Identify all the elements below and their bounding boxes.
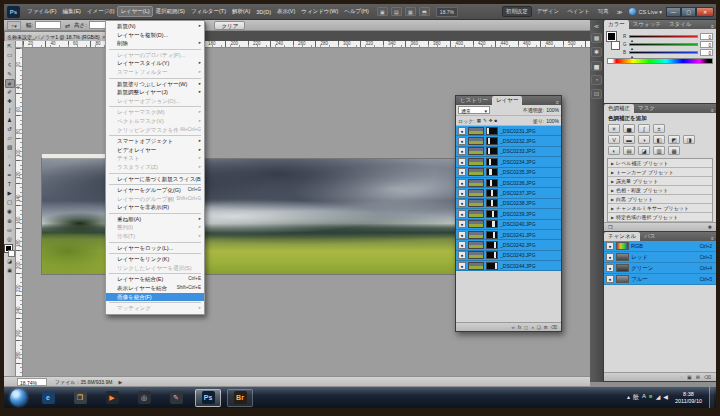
hue-saturation-icon[interactable]: ▬ [623,135,635,144]
volume-icon[interactable]: ◀ [663,393,668,402]
menu-item-画像を統合(F)[interactable]: 画像を統合(F) [106,293,204,302]
view-extras-icon[interactable]: ▤ [391,7,402,16]
channel-row-グリーン[interactable]: ●グリーンCtrl+4 [604,263,716,274]
slider-value[interactable]: 0 [700,49,713,56]
tab-スタイル[interactable]: スタイル [665,20,696,29]
type-tool[interactable]: T [5,180,15,189]
menu-item-レイヤーに基づく新規スライス(B)[interactable]: レイヤーに基づく新規スライス(B) [106,175,204,184]
workspace-写真[interactable]: 写真 [595,7,612,16]
gradient-tool[interactable]: ▨ [5,143,15,152]
posterize-icon[interactable]: ▤ [623,146,635,155]
delete-channel-icon[interactable]: ⌫ [704,374,711,380]
layer-row[interactable]: ●_DSC0237.JPG [456,188,561,198]
delete-layer-icon[interactable]: ⌫ [551,325,557,330]
switch-panel-icon[interactable]: ❒ [608,224,612,230]
workspace-ペイント[interactable]: ペイント [564,7,593,16]
3d-rotate-tool[interactable]: ◉ [5,207,15,216]
adjustment-layer-icon[interactable]: ◑ [531,325,534,330]
shape-tool[interactable]: ▢ [5,198,15,207]
foreground-background-swatches[interactable] [607,32,620,50]
ruler-origin[interactable] [16,41,23,48]
brush-tool[interactable]: ʃ [5,106,15,115]
layer-row[interactable]: ●_DSC0243.JPG [456,251,561,261]
new-layer-icon[interactable]: ⊞ [544,325,548,330]
quick-selection-tool[interactable]: ✎ [5,70,15,79]
taskbar-internet-explorer[interactable]: e [35,389,61,407]
slider-track[interactable]: ▲ [629,35,698,38]
visibility-eye-icon[interactable]: ● [458,210,466,218]
zoom-tool[interactable]: ◎ [5,235,15,244]
menu-item-新規塗りつぶしレイヤー(W)[interactable]: 新規塗りつぶしレイヤー(W)▸ [106,80,204,89]
preset-item[interactable]: ▶特定色域の選択 プリセット [608,213,712,222]
fill-value[interactable]: 100% [546,118,559,124]
lock-pixels-icon[interactable]: ✎ [483,118,487,123]
preset-item[interactable]: ▶トーンカーブ プリセット [608,168,712,177]
lock-position-icon[interactable]: ✥ [489,118,493,123]
tab-マスク[interactable]: マスク [634,104,659,113]
width-input[interactable] [35,21,61,29]
slider-handle[interactable]: ▲ [630,55,634,58]
start-button[interactable] [10,389,27,406]
visibility-eye-icon[interactable]: ● [458,179,466,187]
save-selection-icon[interactable]: ▣ [687,374,692,380]
menu-item-スマートオブジェクト[interactable]: スマートオブジェクト▸ [106,137,204,146]
visibility-eye-icon[interactable]: ● [458,147,466,155]
status-options-arrow[interactable]: ▶ [118,379,122,385]
layer-row[interactable]: ●_DSC0241.JPG [456,230,561,240]
tab-パス[interactable]: パス [640,232,659,241]
panel-menu-icon[interactable]: ≡ [711,235,716,241]
menu-item-整列(I)[interactable]: 整列(I)▸ [106,223,204,232]
info-icon[interactable]: ◔ [591,75,602,85]
slider-value[interactable]: 0 [700,41,713,48]
tab-カラー[interactable]: カラー [604,20,629,29]
tab-レイヤー[interactable]: レイヤー [492,96,522,105]
menu-item-ラスタライズ(Z)[interactable]: ラスタライズ(Z)▸ [106,163,204,172]
menubar-item-ヘルプ(H)[interactable]: ヘルプ(H) [341,6,372,17]
collapse-dock-icon[interactable]: ≪ [594,23,599,29]
menubar-item-ファイル(F)[interactable]: ファイル(F) [24,6,60,17]
brightness-contrast-icon[interactable]: ☀ [608,124,620,133]
levels-icon[interactable]: ▅ [623,124,635,133]
path-selection-tool[interactable]: ▶ [5,189,15,198]
menu-item-マッティング[interactable]: マッティング▸ [106,304,204,313]
preset-item[interactable]: ▶白黒 プリセット [608,195,712,204]
layer-row[interactable]: ●_DSC0240.JPG [456,220,561,230]
foreground-swatch[interactable] [607,32,616,41]
menu-item-分布(T)[interactable]: 分布(T)▸ [106,232,204,241]
marquee-tool[interactable]: ▭ [5,51,15,60]
workspace-≫[interactable]: ≫ [614,8,626,16]
visibility-eye-icon[interactable]: ● [606,242,614,250]
visibility-eye-icon[interactable]: ● [458,251,466,259]
taskbar-windows-explorer[interactable]: ❐ [67,389,93,407]
screen-mode-icon[interactable]: ⬒ [419,7,430,16]
visibility-eye-icon[interactable]: ● [458,158,466,166]
slider-handle[interactable]: ▲ [630,39,634,42]
visibility-eye-icon[interactable]: ● [458,127,466,135]
clone-stamp-tool[interactable]: ♟ [5,116,15,125]
network-icon[interactable]: ◢ [656,393,661,402]
load-selection-icon[interactable]: ◌ [680,374,683,380]
menu-item-ベクトルマスク(V)[interactable]: ベクトルマスク(V)▸ [106,117,204,126]
add-mask-icon[interactable]: ◻ [524,325,528,330]
dodge-tool[interactable]: ◖ [5,161,15,170]
menu-item-レイヤーをグループ化(G)[interactable]: レイヤーをグループ化(G)Ctrl+G [106,186,204,195]
slider-track[interactable]: ▲ [629,51,698,54]
pen-tool[interactable]: ✒ [5,171,15,180]
histogram-icon[interactable]: ▅ [591,61,602,71]
menubar-item-フィルター(T)[interactable]: フィルター(T) [188,6,229,17]
taskbar-bridge[interactable]: Br [227,389,253,407]
preset-item[interactable]: ▶チャンネルミキサー プリセット [608,204,712,213]
visibility-eye-icon[interactable]: ● [606,264,614,272]
slider-value[interactable]: 0 [700,33,713,40]
panel-menu-icon[interactable]: ≡ [711,107,716,113]
vibrance-icon[interactable]: V [608,135,620,144]
curves-icon[interactable]: ∫ [638,124,650,133]
zoom-level-box[interactable]: 18.7% [436,7,458,17]
workspace-初期設定[interactable]: 初期設定 [502,6,532,17]
menu-item-レイヤーオプション(O)...[interactable]: レイヤーオプション(O)... [106,97,204,106]
selective-color-icon[interactable]: ▦ [668,146,680,155]
menu-item-レイヤーを複製(D)...[interactable]: レイヤーを複製(D)... [106,31,204,40]
menubar-item-イメージ(I)[interactable]: イメージ(I) [84,6,118,17]
channel-mixer-icon[interactable]: ◨ [683,135,695,144]
launch-bridge-icon[interactable]: ▣ [377,7,388,16]
